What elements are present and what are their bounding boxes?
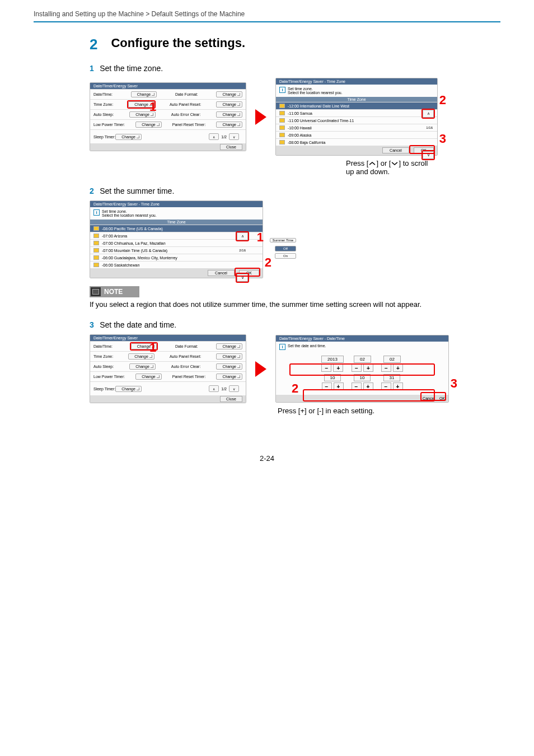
step-header: 2 Configure the settings. <box>90 36 500 53</box>
datetime-panel: Date/Timer/Energy Saver - Date/Time i Se… <box>275 335 449 403</box>
list-item[interactable]: -11:00 Samoa <box>276 109 437 116</box>
label-datetime: Date/Time: <box>93 344 113 348</box>
page-down-button[interactable]: ∨ <box>229 385 239 392</box>
label-autoerrorclear: Auto Error Clear: <box>171 113 201 116</box>
flag-icon <box>279 104 285 108</box>
year-value: 2013 <box>321 356 344 363</box>
substep-3-num: 3 <box>90 320 94 329</box>
chevron-up-icon <box>368 160 376 167</box>
label-autopanelreset: Auto Panel Reset: <box>170 354 201 358</box>
callout-box <box>420 392 446 401</box>
panel-title: Date/Timer/Energy Saver - Date/Time <box>276 335 448 342</box>
change-button[interactable]: Change <box>131 91 157 97</box>
month-value: 02 <box>354 356 371 363</box>
substep-1-num: 1 <box>90 64 94 73</box>
label-autoerrorclear: Auto Error Clear: <box>171 365 201 368</box>
settings-panel-2: Date/Timer/Energy Saver Date/Time: Chang… <box>90 334 246 403</box>
flag-icon <box>279 118 285 123</box>
change-button[interactable]: Change <box>216 353 242 360</box>
step-number: 2 <box>90 36 109 53</box>
page-up-button[interactable]: ∧ <box>209 385 219 392</box>
summer-on-button[interactable]: On <box>275 253 296 259</box>
label-lowpower: Low Power Timer: <box>93 375 125 379</box>
flag-icon <box>93 226 99 231</box>
timezone-panel-2: Date/Timer/Energy Saver - Time Zone i Se… <box>90 200 263 278</box>
callout-2: 2 <box>292 381 298 396</box>
plus-minus-hint: Press [+] or [-] in each setting. <box>278 407 500 415</box>
list-item[interactable]: -12:00 International Date Line West <box>276 102 437 109</box>
chevron-down-icon <box>391 160 399 167</box>
summer-off-button[interactable]: Off <box>275 246 296 251</box>
callout-box <box>303 389 435 402</box>
page-indicator: 2/16 <box>239 249 246 252</box>
list-item[interactable]: -07:00 Mountain Time (US & Canada)2/16 O… <box>90 246 263 254</box>
scroll-up-button[interactable]: ∧ <box>423 110 434 118</box>
change-button[interactable]: Change <box>216 101 242 108</box>
cancel-button[interactable]: Cancel <box>382 147 409 153</box>
list-header: Time Zone <box>276 97 437 102</box>
flag-icon <box>93 248 99 253</box>
callout-1: 1 <box>149 340 156 355</box>
callout-2: 2 <box>265 255 271 270</box>
label-dateformat: Date Format: <box>175 92 198 96</box>
change-button[interactable]: Change <box>216 343 242 349</box>
list-item[interactable]: -11:00 Universal Coordinated Time-11 <box>276 116 437 124</box>
change-button[interactable]: Change <box>115 386 142 392</box>
day-value: 02 <box>383 356 401 363</box>
change-button[interactable]: Change <box>216 91 242 97</box>
flag-icon <box>279 133 285 137</box>
change-button[interactable]: Change <box>216 111 242 118</box>
label-sleeptimer: Sleep Timer: <box>93 387 115 391</box>
timezone-panel: Date/Timer/Energy Saver - Time Zone i Se… <box>275 78 438 156</box>
label-datetime: Date/Time: <box>93 92 113 96</box>
change-button[interactable]: Change <box>216 374 242 380</box>
step-title: Configure the settings. <box>111 36 245 50</box>
substep-2-text: Set the summer time. <box>100 186 174 195</box>
label-autopanelreset: Auto Panel Reset: <box>170 102 201 106</box>
label-timezone: Time Zone: <box>93 354 113 358</box>
callout-box <box>289 363 435 376</box>
page-indicator: 1/2 <box>221 135 227 139</box>
info-icon: i <box>279 344 285 350</box>
callout-3: 3 <box>451 376 457 391</box>
summer-time-label: Summer Time <box>270 238 296 242</box>
info-text: Set the date and time. <box>288 344 326 350</box>
change-button[interactable]: Change <box>135 122 162 128</box>
change-button[interactable]: Change <box>115 134 142 140</box>
change-button[interactable]: Change <box>216 363 242 370</box>
label-panelresettimer: Panel Reset Timer: <box>172 375 206 379</box>
callout-2: 2 <box>439 93 446 108</box>
callout-box <box>235 268 260 277</box>
cancel-button[interactable]: Cancel <box>208 270 235 276</box>
list-item[interactable]: -10:00 Hawaii1/16 <box>276 124 437 131</box>
change-button[interactable]: Change <box>216 122 242 128</box>
flag-icon <box>93 234 99 238</box>
label-sleeptimer: Sleep Timer: <box>93 135 115 139</box>
info-icon: i <box>279 87 285 93</box>
note-box: NOTE If you select a region that does no… <box>90 286 500 310</box>
panel-title: Date/Timer/Energy Saver <box>90 335 246 341</box>
note-label: NOTE <box>104 288 123 296</box>
list-item[interactable]: -06:00 Guadalajara, Mexico City, Monterr… <box>90 254 263 261</box>
close-button[interactable]: Close <box>220 396 242 402</box>
substep-3: 3 Set the date and time. <box>90 320 500 330</box>
change-button[interactable]: Change <box>129 363 156 370</box>
page-up-button[interactable]: ∧ <box>209 133 219 140</box>
info-icon: i <box>93 209 100 216</box>
change-button[interactable]: Change <box>135 374 162 380</box>
panel-title: Date/Timer/Energy Saver <box>90 83 246 89</box>
substep-2-num: 2 <box>90 186 94 195</box>
page-indicator: 1/16 <box>426 126 433 129</box>
page-down-button[interactable]: ∨ <box>229 133 239 140</box>
substep-3-text: Set the date and time. <box>100 320 176 329</box>
close-button[interactable]: Close <box>220 144 242 150</box>
settings-panel: Date/Timer/Energy Saver Date/Time: Chang… <box>90 82 246 151</box>
list-item[interactable]: -09:00 Alaska <box>276 131 437 138</box>
callout-box <box>236 231 249 241</box>
callout-1: 1 <box>149 100 156 114</box>
page-number: 2-24 <box>34 454 500 463</box>
note-icon <box>91 287 101 296</box>
flag-icon <box>279 140 285 144</box>
info-text: Set time zone.Select the location neares… <box>102 209 157 217</box>
flag-icon <box>279 111 285 115</box>
